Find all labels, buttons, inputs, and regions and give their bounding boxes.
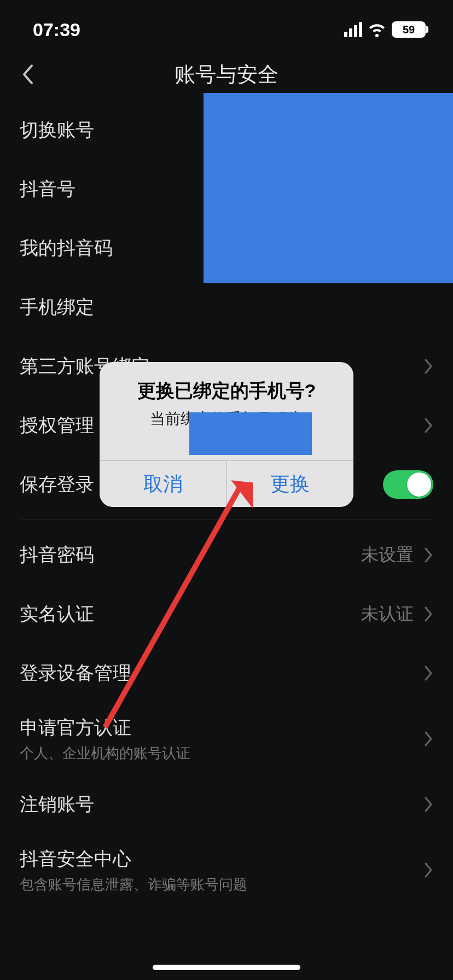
signal-icon [344, 22, 362, 37]
status-bar: 07:39 59 [0, 0, 453, 48]
chevron-right-icon [423, 417, 433, 434]
row-password[interactable]: 抖音密码 未设置 [0, 526, 453, 585]
row-label: 切换账号 [20, 118, 94, 143]
chevron-left-icon [21, 63, 34, 85]
row-label: 抖音安全中心 [20, 847, 247, 872]
dialog-body: 更换已绑定的手机号? 当前绑定的手机号码为 13 [100, 362, 353, 460]
page-title: 账号与安全 [175, 61, 278, 89]
row-sublabel: 包含账号信息泄露、诈骗等账号问题 [20, 875, 247, 894]
row-security-center[interactable]: 抖音安全中心 包含账号信息泄露、诈骗等账号问题 [0, 834, 453, 906]
wifi-icon [368, 22, 386, 37]
chevron-right-icon [423, 731, 433, 747]
toggle-knob [407, 472, 431, 497]
row-label: 登录设备管理 [20, 661, 131, 686]
save-login-toggle[interactable] [383, 470, 433, 499]
row-label: 实名认证 [20, 602, 94, 627]
battery-icon: 59 [392, 21, 426, 38]
divider [20, 520, 433, 520]
chevron-right-icon [423, 547, 433, 563]
status-time: 07:39 [33, 19, 80, 40]
row-label: 保存登录 [20, 472, 94, 497]
row-label: 抖音密码 [20, 542, 94, 568]
row-label: 手机绑定 [20, 295, 94, 320]
row-devices[interactable]: 登录设备管理 [0, 644, 453, 703]
home-indicator [153, 965, 300, 970]
dialog-buttons: 取消 更换 [100, 460, 353, 507]
redaction-block [189, 412, 312, 455]
row-label: 申请官方认证 [20, 715, 190, 740]
row-value: 未认证 [361, 602, 414, 626]
cancel-button[interactable]: 取消 [100, 461, 226, 507]
chevron-right-icon [423, 665, 433, 681]
status-right: 59 [344, 21, 426, 38]
row-phone-binding[interactable]: 手机绑定 [0, 278, 453, 337]
back-button[interactable] [16, 63, 38, 85]
row-label: 注销账号 [20, 792, 94, 817]
row-label: 我的抖音码 [20, 236, 113, 261]
dialog-title: 更换已绑定的手机号? [111, 378, 342, 404]
redaction-block [204, 93, 453, 283]
row-label: 抖音号 [20, 177, 76, 202]
row-label: 授权管理 [20, 413, 94, 438]
chevron-right-icon [423, 796, 433, 813]
confirm-button[interactable]: 更换 [226, 461, 354, 507]
row-sublabel: 个人、企业机构的账号认证 [20, 744, 190, 763]
row-value: 未设置 [361, 543, 414, 567]
row-delete-account[interactable]: 注销账号 [0, 775, 453, 834]
change-phone-dialog: 更换已绑定的手机号? 当前绑定的手机号码为 13 取消 更换 [100, 362, 353, 507]
chevron-right-icon [423, 606, 433, 622]
row-official-verify[interactable]: 申请官方认证 个人、企业机构的账号认证 [0, 703, 453, 775]
chevron-right-icon [423, 862, 433, 878]
chevron-right-icon [423, 358, 433, 375]
row-realname[interactable]: 实名认证 未认证 [0, 585, 453, 644]
